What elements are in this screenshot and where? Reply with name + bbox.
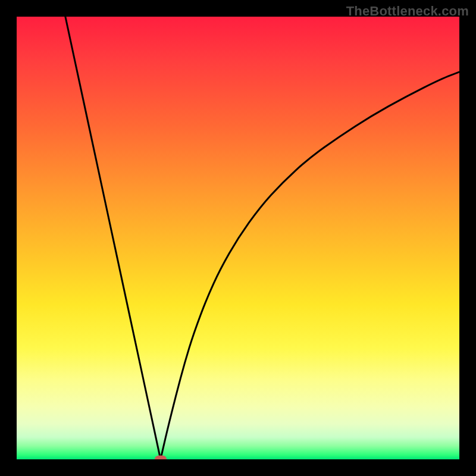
curve-layer — [17, 17, 459, 459]
chart-frame: TheBottleneck.com — [0, 0, 476, 476]
watermark-text: TheBottleneck.com — [346, 4, 469, 19]
right-branch-curve — [161, 72, 459, 459]
left-branch-curve — [65, 17, 161, 459]
cusp-marker — [155, 456, 167, 460]
plot-area — [17, 17, 459, 459]
